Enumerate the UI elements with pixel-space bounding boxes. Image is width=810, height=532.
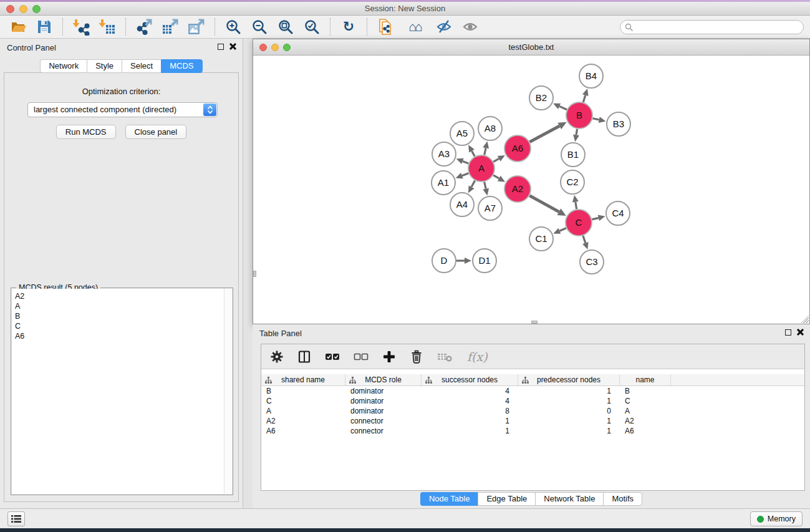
table-cell[interactable]: C [261,396,345,406]
table-cell[interactable]: 1 [422,416,518,426]
graph-node-A7[interactable]: A7 [478,196,502,220]
close-panel-icon[interactable] [229,43,236,50]
graph-edge-C-C4[interactable] [592,215,605,221]
graph-node-C3[interactable]: C3 [580,250,604,274]
save-session-icon[interactable] [35,17,54,36]
import-network-icon[interactable] [72,17,90,36]
network-canvas[interactable]: B4B2BB3A5A8A6B1A3AA1C2A2A4A7C4CC1DD1C3 [253,56,809,324]
graph-node-A2[interactable]: A2 [504,176,531,202]
add-column-plus-icon[interactable] [382,350,396,364]
table-cell[interactable]: A [261,406,345,416]
table-row[interactable]: A6connector11A6 [261,426,804,436]
graph-node-C1[interactable]: C1 [529,227,553,251]
zoom-out-icon[interactable] [250,17,269,36]
canvas-bottom-handle[interactable] [531,321,538,324]
float-table-panel-icon[interactable] [785,329,791,336]
task-history-button[interactable] [7,511,25,526]
graph-edge-B-B3[interactable] [592,117,605,123]
table-cell[interactable]: dominator [345,406,422,416]
refresh-layout-icon[interactable]: ↻ [339,17,358,36]
table-cell[interactable]: 4 [422,396,518,406]
graph-edge-A-A4[interactable] [468,180,475,193]
criterion-dropdown[interactable]: largest connected component (directed) [27,102,218,117]
table-cell[interactable]: B [261,386,345,396]
result-item[interactable]: B [15,311,232,321]
close-panel-button[interactable]: Close panel [125,125,187,139]
tab-network-table[interactable]: Network Table [535,492,603,506]
graph-edge-A-A3[interactable] [456,158,469,164]
zoom-selected-icon[interactable] [302,17,321,36]
graph-edge-A-A2[interactable] [493,175,505,182]
table-cell[interactable]: A6 [261,426,345,436]
graph-edge-D-D1[interactable] [456,258,471,264]
tab-mcds[interactable]: MCDS [161,59,202,73]
table-cell[interactable]: 1 [518,396,620,406]
graph-node-C[interactable]: C [566,210,592,236]
export-network-icon[interactable] [135,17,153,36]
float-panel-icon[interactable] [218,44,224,50]
tab-motifs[interactable]: Motifs [603,492,642,506]
search-field[interactable] [620,20,804,34]
hide-selected-eye-icon[interactable] [435,17,453,36]
graph-node-A1[interactable]: A1 [432,171,455,195]
zoom-in-icon[interactable] [224,17,243,36]
table-cell[interactable]: A2 [261,416,345,426]
canvas-left-handle[interactable] [253,271,256,277]
graph-edge-A6-B[interactable] [529,122,566,142]
graph-edge-B-B2[interactable] [553,104,567,110]
column-header-MCDS-role[interactable]: MCDS role [345,374,422,385]
export-image-icon[interactable] [187,17,206,36]
table-cell[interactable]: A6 [620,426,671,436]
memory-button[interactable]: Memory [750,511,803,526]
table-cell[interactable]: connector [345,426,422,436]
table-cell[interactable]: dominator [345,386,422,396]
tab-style[interactable]: Style [87,59,122,73]
graph-edge-B-B1[interactable] [573,129,579,142]
table-cell[interactable]: C [620,396,671,406]
tab-network[interactable]: Network [40,59,87,73]
graph-edge-C-C2[interactable] [572,195,579,210]
graph-node-A6[interactable]: A6 [504,135,531,162]
graph-edge-A-A5[interactable] [468,145,475,156]
column-header-predecessor-nodes[interactable]: predecessor nodes [518,374,620,385]
graph-node-B2[interactable]: B2 [529,86,553,110]
table-cell[interactable]: A2 [620,416,671,426]
table-cell[interactable]: 1 [518,386,620,396]
table-cell[interactable]: 8 [422,406,518,416]
graph-node-A5[interactable]: A5 [450,122,474,145]
window-resize-grip[interactable] [801,315,809,323]
graph-edge-B-B4[interactable] [582,89,589,102]
graph-node-C4[interactable]: C4 [606,201,630,225]
table-row[interactable]: Cdominator41C [261,396,804,406]
column-header-shared-name[interactable]: shared name [261,374,345,385]
new-network-from-selection-icon[interactable] [376,17,395,36]
window-titlebar[interactable]: Session: New Session [0,2,810,16]
graph-edge-C-C1[interactable] [553,228,566,234]
graph-node-B4[interactable]: B4 [579,64,603,88]
result-item[interactable]: A6 [15,331,232,341]
first-neighbors-icon[interactable]: ⌂⌂ [402,17,427,36]
graph-node-B[interactable]: B [566,102,592,128]
graph-node-A8[interactable]: A8 [478,117,502,140]
result-item[interactable]: A [15,301,232,311]
graph-node-D[interactable]: D [432,249,456,273]
show-all-eye-icon[interactable] [461,17,480,36]
tab-select[interactable]: Select [122,59,161,73]
graph-node-A[interactable]: A [468,155,494,181]
column-header-successor-nodes[interactable]: successor nodes [422,374,518,385]
table-cell[interactable]: dominator [345,396,422,406]
graph-edge-A2-C[interactable] [529,196,566,216]
graph-edge-A-A7[interactable] [483,181,489,195]
result-item[interactable]: A2 [15,291,232,301]
table-cell[interactable]: B [620,386,671,396]
table-cell[interactable]: 4 [422,386,518,396]
network-window-titlebar[interactable]: testGlobe.txt [253,39,809,56]
result-scrollbar[interactable] [224,289,232,494]
tab-edge-table[interactable]: Edge Table [478,492,535,506]
table-row[interactable]: A2connector11A2 [261,416,804,426]
open-session-icon[interactable] [9,17,27,36]
table-cell[interactable]: 1 [422,426,518,436]
table-cell[interactable]: 1 [518,426,620,436]
graph-node-A4[interactable]: A4 [450,193,474,216]
tab-node-table[interactable]: Node Table [420,492,478,506]
